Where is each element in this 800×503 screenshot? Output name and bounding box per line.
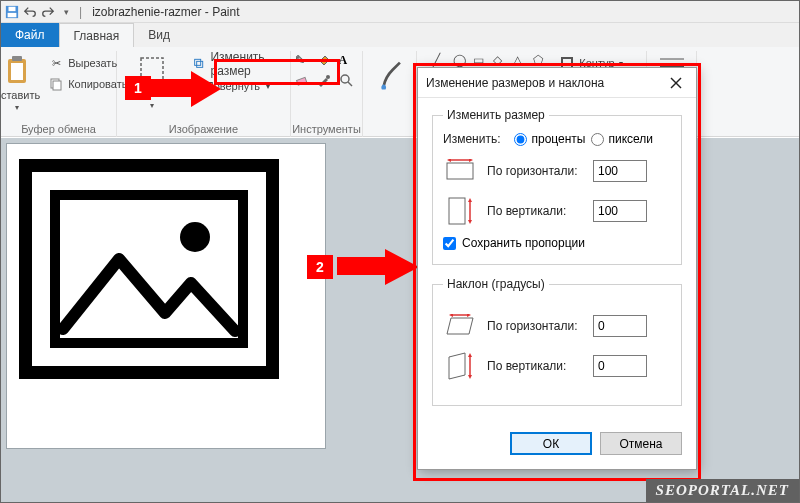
ribbon-tabs: Файл Главная Вид: [1, 23, 799, 47]
resize-fieldset: Изменить размер Изменить: проценты пиксе…: [432, 108, 682, 265]
svg-rect-26: [447, 163, 473, 179]
keep-aspect-label: Сохранить пропорции: [462, 236, 585, 250]
group-caption: Инструменты: [292, 123, 361, 135]
annotation-step-2: 2: [307, 255, 333, 279]
group-clipboard: Вставить ▾ ✂Вырезать Копировать Буфер об…: [1, 51, 117, 137]
group-caption: Буфер обмена: [21, 123, 96, 135]
resize-horizontal-icon: [443, 156, 477, 186]
svg-rect-2: [9, 6, 16, 10]
copy-button[interactable]: Копировать: [48, 74, 127, 94]
resize-legend: Изменить размер: [443, 108, 549, 122]
change-by-label: Изменить:: [443, 132, 500, 146]
resize-dialog: Изменение размеров и наклона Изменить ра…: [417, 67, 697, 470]
svg-point-13: [341, 75, 349, 83]
annotation-arrow-1: [151, 71, 223, 109]
close-button[interactable]: [664, 71, 688, 95]
undo-icon[interactable]: [23, 5, 37, 19]
svg-rect-5: [12, 56, 22, 61]
skew-fieldset: Наклон (градусы) По горизонтали: По верт…: [432, 277, 682, 406]
radio-percent[interactable]: проценты: [514, 132, 585, 146]
svg-rect-30: [449, 198, 465, 224]
skew-vert-label: По вертикали:: [487, 360, 583, 373]
resize-vertical-input[interactable]: [593, 200, 647, 222]
svg-rect-1: [8, 12, 17, 16]
paste-button[interactable]: Вставить ▾: [0, 53, 44, 114]
svg-marker-34: [447, 318, 473, 334]
redo-icon[interactable]: [41, 5, 55, 19]
svg-marker-37: [467, 314, 471, 317]
watermark: SEOPORTAL.NET: [646, 479, 799, 502]
close-icon: [670, 77, 682, 89]
svg-point-22: [180, 222, 210, 252]
resize-vertical-icon: [443, 196, 477, 226]
svg-line-14: [348, 82, 352, 86]
ok-button[interactable]: ОК: [510, 432, 592, 455]
svg-rect-7: [53, 81, 61, 90]
zoom-icon[interactable]: [339, 73, 359, 91]
qat-dropdown-icon[interactable]: ▾: [59, 5, 73, 19]
svg-marker-33: [468, 220, 472, 224]
window-title: izobrazhenie-razmer - Paint: [92, 5, 239, 19]
skew-legend: Наклон (градусы): [443, 277, 549, 291]
svg-rect-4: [11, 63, 23, 80]
vert-label: По вертикали:: [487, 205, 583, 218]
skew-vertical-icon: [443, 351, 477, 381]
annotation-highlight-resize: [214, 59, 340, 85]
cancel-button[interactable]: Отмена: [600, 432, 682, 455]
resize-horizontal-input[interactable]: [593, 160, 647, 182]
group-brushes[interactable]: [363, 51, 417, 137]
svg-marker-40: [468, 353, 472, 357]
svg-rect-9: [196, 61, 202, 67]
svg-marker-41: [468, 375, 472, 379]
text-icon[interactable]: A: [339, 53, 359, 71]
resize-icon: [194, 56, 205, 72]
horiz-label: По горизонтали:: [487, 165, 583, 178]
titlebar: ▾ | izobrazhenie-razmer - Paint: [1, 1, 799, 23]
paste-icon: [3, 55, 31, 87]
cut-icon: ✂: [48, 55, 64, 71]
svg-marker-23: [337, 249, 419, 285]
brush-icon: [375, 59, 405, 95]
annotation-arrow-2: [337, 249, 421, 287]
svg-rect-10: [194, 59, 200, 65]
annotation-step-1: 1: [125, 76, 151, 100]
skew-horiz-label: По горизонтали:: [487, 320, 583, 333]
skew-horizontal-input[interactable]: [593, 315, 647, 337]
svg-marker-32: [468, 198, 472, 202]
tab-file[interactable]: Файл: [1, 23, 59, 47]
svg-rect-21: [55, 195, 243, 343]
dialog-title: Изменение размеров и наклона: [426, 76, 604, 90]
tab-home[interactable]: Главная: [59, 23, 135, 47]
cut-button[interactable]: ✂Вырезать: [48, 53, 127, 73]
tab-view[interactable]: Вид: [134, 23, 184, 47]
group-caption: Изображение: [169, 123, 238, 135]
svg-marker-38: [449, 353, 465, 379]
svg-marker-19: [151, 71, 221, 107]
image-content: [19, 159, 279, 379]
skew-vertical-input[interactable]: [593, 355, 647, 377]
keep-aspect-checkbox[interactable]: [443, 237, 456, 250]
svg-marker-29: [469, 159, 473, 162]
radio-pixels[interactable]: пиксели: [591, 132, 653, 146]
save-icon[interactable]: [5, 5, 19, 19]
svg-marker-28: [447, 159, 451, 162]
skew-horizontal-icon: [443, 311, 477, 341]
copy-icon: [48, 76, 64, 92]
svg-marker-36: [449, 314, 453, 317]
dialog-titlebar[interactable]: Изменение размеров и наклона: [418, 68, 696, 98]
